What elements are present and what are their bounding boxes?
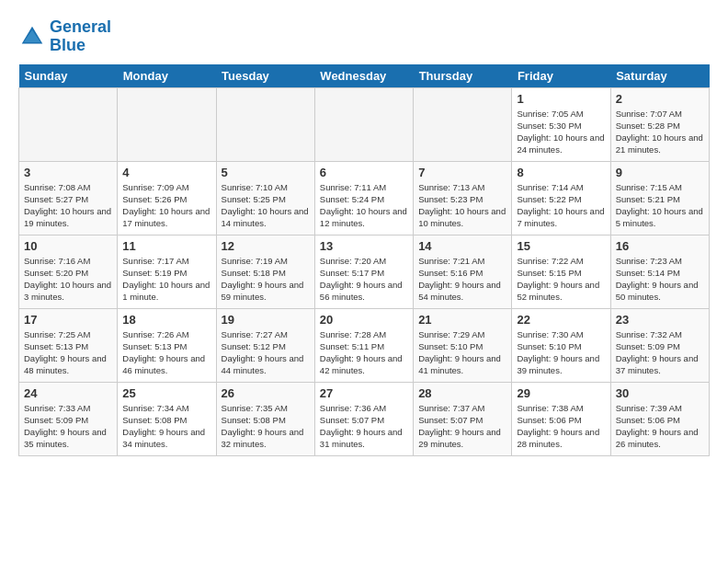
day-info: Sunrise: 7:29 AM Sunset: 5:10 PM Dayligh…: [418, 328, 506, 377]
day-info: Sunrise: 7:35 AM Sunset: 5:08 PM Dayligh…: [222, 402, 310, 451]
day-info: Sunrise: 7:13 AM Sunset: 5:23 PM Dayligh…: [418, 181, 506, 230]
day-info: Sunrise: 7:39 AM Sunset: 5:06 PM Dayligh…: [616, 402, 704, 451]
calendar-day: 9Sunrise: 7:15 AM Sunset: 5:21 PM Daylig…: [610, 161, 709, 235]
day-number: 12: [222, 239, 310, 253]
day-number: 4: [122, 166, 210, 179]
logo-icon: [18, 23, 46, 51]
calendar-day: [216, 87, 314, 161]
calendar-day: 13Sunrise: 7:20 AM Sunset: 5:17 PM Dayli…: [314, 235, 413, 308]
calendar-day: 29Sunrise: 7:38 AM Sunset: 5:06 PM Dayli…: [512, 382, 610, 455]
calendar-day: 6Sunrise: 7:11 AM Sunset: 5:24 PM Daylig…: [314, 161, 413, 235]
day-info: Sunrise: 7:05 AM Sunset: 5:30 PM Dayligh…: [517, 108, 605, 156]
day-number: 16: [616, 239, 704, 253]
day-number: 25: [122, 386, 210, 400]
calendar-day: 18Sunrise: 7:26 AM Sunset: 5:13 PM Dayli…: [118, 308, 216, 382]
day-info: Sunrise: 7:30 AM Sunset: 5:10 PM Dayligh…: [517, 328, 605, 377]
day-number: 3: [24, 166, 112, 179]
day-number: 26: [222, 386, 310, 400]
day-number: 17: [24, 313, 112, 327]
day-number: 5: [222, 166, 310, 179]
calendar-day: 10Sunrise: 7:16 AM Sunset: 5:20 PM Dayli…: [19, 235, 118, 308]
calendar-day: 28Sunrise: 7:37 AM Sunset: 5:07 PM Dayli…: [414, 382, 512, 455]
day-info: Sunrise: 7:09 AM Sunset: 5:26 PM Dayligh…: [122, 181, 210, 230]
day-info: Sunrise: 7:32 AM Sunset: 5:09 PM Dayligh…: [616, 328, 704, 377]
day-number: 28: [418, 386, 506, 400]
weekday-header: Sunday: [19, 64, 118, 88]
day-info: Sunrise: 7:26 AM Sunset: 5:13 PM Dayligh…: [122, 328, 210, 377]
day-info: Sunrise: 7:10 AM Sunset: 5:25 PM Dayligh…: [222, 181, 310, 230]
calendar-week: 10Sunrise: 7:16 AM Sunset: 5:20 PM Dayli…: [19, 235, 710, 308]
day-number: 30: [616, 386, 704, 400]
calendar-day: 12Sunrise: 7:19 AM Sunset: 5:18 PM Dayli…: [216, 235, 314, 308]
calendar-day: [414, 87, 512, 161]
day-info: Sunrise: 7:16 AM Sunset: 5:20 PM Dayligh…: [24, 255, 112, 304]
calendar-day: 14Sunrise: 7:21 AM Sunset: 5:16 PM Dayli…: [414, 235, 512, 308]
calendar-day: 15Sunrise: 7:22 AM Sunset: 5:15 PM Dayli…: [512, 235, 610, 308]
calendar-day: 3Sunrise: 7:08 AM Sunset: 5:27 PM Daylig…: [19, 161, 118, 235]
day-number: 11: [122, 239, 210, 253]
calendar-day: 23Sunrise: 7:32 AM Sunset: 5:09 PM Dayli…: [610, 308, 709, 382]
calendar-week: 3Sunrise: 7:08 AM Sunset: 5:27 PM Daylig…: [19, 161, 710, 235]
day-number: 8: [517, 166, 605, 179]
day-info: Sunrise: 7:14 AM Sunset: 5:22 PM Dayligh…: [517, 181, 605, 230]
weekday-header: Tuesday: [216, 64, 314, 88]
weekday-header: Thursday: [414, 64, 512, 88]
day-number: 21: [418, 313, 506, 327]
header-row: SundayMondayTuesdayWednesdayThursdayFrid…: [19, 64, 710, 88]
day-info: Sunrise: 7:19 AM Sunset: 5:18 PM Dayligh…: [222, 255, 310, 304]
calendar-day: 24Sunrise: 7:33 AM Sunset: 5:09 PM Dayli…: [19, 382, 118, 455]
calendar-day: 11Sunrise: 7:17 AM Sunset: 5:19 PM Dayli…: [118, 235, 216, 308]
weekday-header: Monday: [118, 64, 216, 88]
day-info: Sunrise: 7:15 AM Sunset: 5:21 PM Dayligh…: [616, 181, 704, 230]
calendar-week: 1Sunrise: 7:05 AM Sunset: 5:30 PM Daylig…: [19, 87, 710, 161]
day-info: Sunrise: 7:23 AM Sunset: 5:14 PM Dayligh…: [616, 255, 704, 304]
day-number: 10: [24, 239, 112, 253]
logo: General Blue: [18, 18, 111, 55]
day-number: 15: [517, 239, 605, 253]
calendar-week: 17Sunrise: 7:25 AM Sunset: 5:13 PM Dayli…: [19, 308, 710, 382]
day-info: Sunrise: 7:27 AM Sunset: 5:12 PM Dayligh…: [222, 328, 310, 377]
day-number: 18: [122, 313, 210, 327]
calendar-day: 2Sunrise: 7:07 AM Sunset: 5:28 PM Daylig…: [610, 87, 709, 161]
calendar-body: 1Sunrise: 7:05 AM Sunset: 5:30 PM Daylig…: [19, 87, 710, 455]
calendar-day: 7Sunrise: 7:13 AM Sunset: 5:23 PM Daylig…: [414, 161, 512, 235]
calendar-day: 19Sunrise: 7:27 AM Sunset: 5:12 PM Dayli…: [216, 308, 314, 382]
page-header: General Blue: [18, 18, 710, 55]
day-info: Sunrise: 7:36 AM Sunset: 5:07 PM Dayligh…: [320, 402, 408, 451]
weekday-header: Friday: [512, 64, 610, 88]
day-info: Sunrise: 7:28 AM Sunset: 5:11 PM Dayligh…: [320, 328, 408, 377]
calendar-day: 21Sunrise: 7:29 AM Sunset: 5:10 PM Dayli…: [414, 308, 512, 382]
calendar-day: 1Sunrise: 7:05 AM Sunset: 5:30 PM Daylig…: [512, 87, 610, 161]
day-number: 19: [222, 313, 310, 327]
calendar-day: 17Sunrise: 7:25 AM Sunset: 5:13 PM Dayli…: [19, 308, 118, 382]
day-info: Sunrise: 7:38 AM Sunset: 5:06 PM Dayligh…: [517, 402, 605, 451]
day-number: 2: [616, 92, 704, 106]
day-number: 29: [517, 386, 605, 400]
day-info: Sunrise: 7:22 AM Sunset: 5:15 PM Dayligh…: [517, 255, 605, 304]
day-info: Sunrise: 7:20 AM Sunset: 5:17 PM Dayligh…: [320, 255, 408, 304]
calendar-day: 16Sunrise: 7:23 AM Sunset: 5:14 PM Dayli…: [610, 235, 709, 308]
day-number: 23: [616, 313, 704, 327]
day-number: 7: [418, 166, 506, 179]
calendar-day: [314, 87, 413, 161]
day-number: 9: [616, 166, 704, 179]
calendar-day: [118, 87, 216, 161]
day-info: Sunrise: 7:11 AM Sunset: 5:24 PM Dayligh…: [320, 181, 408, 230]
day-info: Sunrise: 7:07 AM Sunset: 5:28 PM Dayligh…: [616, 108, 704, 156]
calendar-week: 24Sunrise: 7:33 AM Sunset: 5:09 PM Dayli…: [19, 382, 710, 455]
day-number: 22: [517, 313, 605, 327]
calendar-day: 5Sunrise: 7:10 AM Sunset: 5:25 PM Daylig…: [216, 161, 314, 235]
calendar-day: 22Sunrise: 7:30 AM Sunset: 5:10 PM Dayli…: [512, 308, 610, 382]
day-info: Sunrise: 7:34 AM Sunset: 5:08 PM Dayligh…: [122, 402, 210, 451]
day-number: 24: [24, 386, 112, 400]
day-info: Sunrise: 7:37 AM Sunset: 5:07 PM Dayligh…: [418, 402, 506, 451]
weekday-header: Wednesday: [314, 64, 413, 88]
day-info: Sunrise: 7:08 AM Sunset: 5:27 PM Dayligh…: [24, 181, 112, 230]
calendar-day: 4Sunrise: 7:09 AM Sunset: 5:26 PM Daylig…: [118, 161, 216, 235]
calendar-day: 26Sunrise: 7:35 AM Sunset: 5:08 PM Dayli…: [216, 382, 314, 455]
day-info: Sunrise: 7:21 AM Sunset: 5:16 PM Dayligh…: [418, 255, 506, 304]
day-number: 13: [320, 239, 408, 253]
day-number: 6: [320, 166, 408, 179]
day-number: 20: [320, 313, 408, 327]
day-number: 1: [517, 92, 605, 106]
